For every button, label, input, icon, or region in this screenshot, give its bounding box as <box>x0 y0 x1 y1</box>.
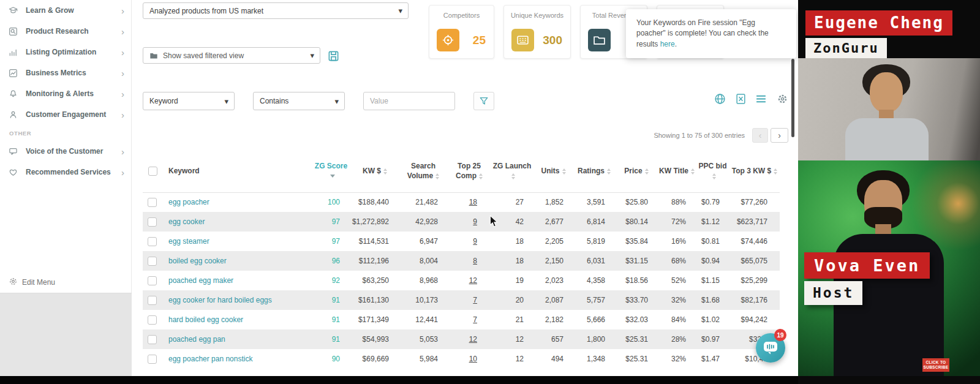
table-cell: $1,272,892 <box>351 212 399 232</box>
table-cell: 6,814 <box>573 212 615 232</box>
filter-field-select[interactable]: Keyword ▾ <box>143 92 235 110</box>
keyword-link[interactable]: egg cooker for hard boiled eggs <box>168 296 272 304</box>
top25-comp-link[interactable]: 7 <box>473 315 477 324</box>
results-link[interactable]: here <box>660 40 675 48</box>
table-cell: 68% <box>658 251 696 271</box>
table-cell: $25.31 <box>615 329 658 349</box>
table-cell: 5,757 <box>573 290 615 310</box>
research-icon <box>9 26 21 36</box>
col-header-search-volume[interactable]: Search Volume <box>399 151 448 192</box>
row-checkbox[interactable] <box>148 237 157 246</box>
edit-menu-button[interactable]: Edit Menu <box>9 277 55 288</box>
list-menu-icon[interactable] <box>754 92 767 105</box>
row-checkbox[interactable] <box>148 315 157 325</box>
market-select[interactable]: Analyzed products from US market ▾ <box>143 2 409 19</box>
col-header-ppc-bid[interactable]: PPC bid <box>696 151 729 192</box>
pagination-prev-button[interactable]: ‹ <box>752 128 768 143</box>
sidebar-item-product-research[interactable]: Product Research› <box>0 21 132 42</box>
top25-comp-link[interactable]: 18 <box>469 198 477 206</box>
subscribe-badge[interactable]: CLICK TO SUBSCRIBE <box>922 358 949 372</box>
sidebar-item-listing-optimization[interactable]: Listing Optimization› <box>0 42 132 62</box>
row-checkbox[interactable] <box>148 198 157 207</box>
sidebar-nav: Learn & Grow›Product Research›Listing Op… <box>0 0 132 125</box>
sidebar-footer-area <box>0 293 132 376</box>
row-checkbox[interactable] <box>148 257 157 266</box>
scrollbar-thumb[interactable] <box>791 59 794 137</box>
table-cell: $0.97 <box>696 329 729 349</box>
listing-icon <box>9 47 21 57</box>
funnel-icon <box>479 96 489 106</box>
sidebar-item-label: Recommended Services <box>26 168 111 176</box>
keyword-link[interactable]: poached egg pan <box>168 335 225 344</box>
top25-comp-link[interactable]: 7 <box>473 296 477 304</box>
cell-top25-comp: 10 <box>448 349 491 369</box>
table-cell: 2,087 <box>533 290 573 310</box>
sidebar-item-business-metrics[interactable]: Business Metrics› <box>0 62 132 83</box>
keyword-link[interactable]: boiled egg cooker <box>168 257 227 265</box>
filter-operator-select[interactable]: Contains ▾ <box>253 92 345 110</box>
table-cell: $54,993 <box>351 329 399 349</box>
keyword-link[interactable]: hard boiled egg cooker <box>168 315 243 324</box>
keyword-link[interactable]: egg poacher <box>168 198 209 206</box>
col-header-zg-launch[interactable]: ZG Launch <box>491 151 533 192</box>
apply-filter-button[interactable] <box>473 92 494 110</box>
stat-card-competitors: Competitors 25 <box>429 5 494 59</box>
top25-comp-link[interactable]: 10 <box>469 355 477 363</box>
keyword-link[interactable]: egg steamer <box>168 237 209 246</box>
table-row: egg cooker97$1,272,89242,9289422,6776,81… <box>143 212 780 232</box>
col-header-ratings[interactable]: Ratings <box>573 151 615 192</box>
keyword-link[interactable]: poached egg maker <box>168 276 233 285</box>
col-header-units[interactable]: Units <box>533 151 573 192</box>
col-header-price[interactable]: Price <box>615 151 658 192</box>
sort-icon <box>511 173 515 179</box>
cell-top25-comp: 7 <box>448 290 491 310</box>
row-checkbox[interactable] <box>148 217 157 227</box>
sidebar-item-customer-engagement[interactable]: Customer Engagement› <box>0 104 132 125</box>
cell-checkbox <box>143 232 162 251</box>
keyword-link[interactable]: egg cooker <box>168 217 205 226</box>
col-header-top-3-kw[interactable]: Top 3 KW $ <box>729 151 780 192</box>
row-checkbox[interactable] <box>148 276 157 285</box>
saved-view-select[interactable]: Show saved filtered view ▾ <box>143 47 320 64</box>
col-header-zg-score[interactable]: ZG Score <box>311 151 351 192</box>
top25-comp-link[interactable]: 9 <box>473 237 477 246</box>
cell-checkbox <box>143 349 162 369</box>
table-cell: 10,173 <box>399 290 448 310</box>
table-cell: $63,250 <box>351 271 399 290</box>
col-header-top-25-comp[interactable]: Top 25 Comp <box>448 151 491 192</box>
filter-value-input[interactable] <box>363 92 455 110</box>
table-row: poached egg pan91$54,9935,05312126571,80… <box>143 329 780 349</box>
table-cell: $74,446 <box>729 232 780 251</box>
voice-icon <box>9 146 21 156</box>
sidebar-item-monitoring-alerts[interactable]: Monitoring & Alerts› <box>0 83 132 104</box>
stat-value: 300 <box>543 34 562 47</box>
globe-icon[interactable] <box>713 92 726 105</box>
select-all-checkbox[interactable] <box>148 167 157 176</box>
filter-operator-value: Contains <box>260 97 288 105</box>
excel-export-icon[interactable] <box>734 92 747 105</box>
chevron-right-icon: › <box>121 48 124 57</box>
col-header-kw[interactable]: KW $ <box>351 151 399 192</box>
keyword-link[interactable]: egg poacher pan nonstick <box>168 355 252 363</box>
settings-gear-icon[interactable] <box>775 92 789 105</box>
sidebar-item-voice-of-the-customer[interactable]: Voice of the Customer› <box>0 141 132 162</box>
col-header-kw-title[interactable]: KW Title <box>658 151 696 192</box>
top25-comp-link[interactable]: 12 <box>469 335 477 344</box>
row-checkbox[interactable] <box>148 335 157 344</box>
pagination-next-button[interactable]: › <box>771 128 788 143</box>
table-cell: $0.81 <box>696 232 729 251</box>
table-cell: $161,130 <box>351 290 399 310</box>
top25-comp-link[interactable]: 9 <box>473 217 477 226</box>
save-view-button[interactable] <box>326 48 341 63</box>
sidebar-item-recommended-services[interactable]: Recommended Services› <box>0 162 132 183</box>
top25-comp-link[interactable]: 12 <box>469 276 477 285</box>
cell-checkbox <box>143 310 162 329</box>
table-body: egg poacher100$188,44021,48218271,8523,5… <box>143 192 780 369</box>
row-checkbox[interactable] <box>148 296 157 305</box>
table-cell: 5,053 <box>399 329 448 349</box>
table-cell: 18 <box>491 251 533 271</box>
row-checkbox[interactable] <box>148 355 157 364</box>
guest-tag-banner: ZonGuru <box>805 38 887 58</box>
top25-comp-link[interactable]: 8 <box>473 257 477 265</box>
sidebar-item-learn-grow[interactable]: Learn & Grow› <box>0 0 132 21</box>
